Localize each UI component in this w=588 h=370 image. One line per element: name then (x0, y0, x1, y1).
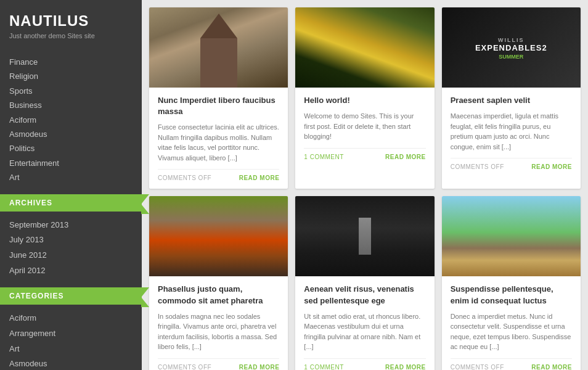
nav-item-asmodeus[interactable]: Asmodeus (9, 127, 133, 141)
category-item[interactable]: Asmodeus (9, 356, 133, 370)
category-item[interactable]: Art (9, 342, 133, 357)
post-card: Hello world!Welcome to demo Sites. This … (295, 7, 434, 189)
archives-list: September 2013July 2013June 2012April 20… (0, 212, 142, 288)
post-comments: COMMENTS OFF (451, 163, 504, 170)
post-image-hay (442, 196, 581, 276)
post-title[interactable]: Suspendisse pellentesque, enim id conseq… (451, 284, 572, 306)
nav-item-art[interactable]: Art (9, 170, 133, 184)
site-tagline: Just another demo Sites site (9, 32, 133, 39)
post-title[interactable]: Praesent saplen velit (451, 95, 572, 106)
posts-grid: Nunc Imperdiet libero faucibus massaFusc… (149, 7, 581, 370)
archive-item[interactable]: June 2012 (9, 248, 133, 263)
post-image-lamp (295, 196, 434, 276)
nav-item-politics[interactable]: Politics (9, 141, 133, 155)
post-content: Phasellus justo quam, commodo sit amet p… (149, 276, 288, 370)
post-comments[interactable]: 1 COMMENT (304, 364, 344, 370)
post-image-tractor (149, 196, 288, 276)
post-content: Hello world!Welcome to demo Sites. This … (295, 88, 434, 168)
sidebar-header: NAUTILUS Just another demo Sites site (0, 0, 142, 49)
post-content: Aenean velit risus, venenatis sed pellen… (295, 276, 434, 370)
post-content: Praesent saplen velitMaecenas imperdiet,… (442, 88, 581, 178)
post-card: Aenean velit risus, venenatis sed pellen… (295, 196, 434, 370)
post-comments[interactable]: 1 COMMENT (304, 154, 344, 160)
categories-heading: CATEGORIES (0, 287, 142, 305)
post-read-more[interactable]: READ MORE (385, 154, 426, 160)
post-comments: COMMENTS OFF (451, 364, 504, 370)
archive-item[interactable]: April 2012 (9, 263, 133, 279)
nav-item-finance[interactable]: Finance (9, 55, 133, 69)
category-item[interactable]: Aciform (9, 311, 133, 326)
category-item[interactable]: Arrangement (9, 326, 133, 342)
post-card: WILLISEXPENDABLES2SUMMERPraesent saplen … (442, 7, 581, 189)
post-image-church (149, 7, 288, 88)
nav-item-sports[interactable]: Sports (9, 84, 133, 98)
nav-menu: FinanceReligionSportsBusinessAciformAsmo… (0, 49, 142, 194)
post-excerpt: In sodales magna nec leo sodales fringil… (158, 311, 279, 352)
archive-item[interactable]: July 2013 (9, 232, 133, 248)
post-footer: 1 COMMENTREAD MORE (304, 148, 425, 160)
post-image-cross (295, 7, 434, 88)
post-footer: 1 COMMENTREAD MORE (304, 358, 425, 370)
archives-heading: ARCHIVES (0, 194, 142, 212)
post-footer: COMMENTS OFFREAD MORE (451, 358, 572, 370)
categories-list: AciformArrangementArtAsmodeusBooksBusine… (0, 305, 142, 370)
post-card: Suspendisse pellentesque, enim id conseq… (442, 196, 581, 370)
post-card: Nunc Imperdiet libero faucibus massaFusc… (149, 7, 288, 189)
post-content: Nunc Imperdiet libero faucibus massaFusc… (149, 88, 288, 189)
post-title[interactable]: Phasellus justo quam, commodo sit amet p… (158, 284, 279, 306)
nav-item-religion[interactable]: Religion (9, 69, 133, 83)
post-content: Suspendisse pellentesque, enim id conseq… (442, 276, 581, 370)
post-read-more[interactable]: READ MORE (531, 163, 572, 170)
post-footer: COMMENTS OFFREAD MORE (451, 158, 572, 170)
sidebar: NAUTILUS Just another demo Sites site Fi… (0, 0, 142, 370)
post-excerpt: Maecenas imperdiet, ligula et mattis feu… (451, 111, 572, 152)
post-image-expendables: WILLISEXPENDABLES2SUMMER (442, 7, 581, 88)
main-content: Nunc Imperdiet libero faucibus massaFusc… (142, 0, 588, 370)
nav-item-business[interactable]: Business (9, 98, 133, 112)
post-excerpt: Donec a imperdiet metus. Nunc id consect… (451, 311, 572, 352)
post-footer: COMMENTS OFFREAD MORE (158, 169, 279, 181)
post-title[interactable]: Aenean velit risus, venenatis sed pellen… (304, 284, 425, 306)
post-comments: COMMENTS OFF (158, 364, 211, 370)
post-read-more[interactable]: READ MORE (531, 364, 572, 370)
archive-item[interactable]: September 2013 (9, 218, 133, 233)
post-comments: COMMENTS OFF (158, 175, 211, 181)
post-footer: COMMENTS OFFREAD MORE (158, 358, 279, 370)
post-card: Phasellus justo quam, commodo sit amet p… (149, 196, 288, 370)
post-excerpt: Fusce consectetur lacinia elit ac ultric… (158, 122, 279, 163)
post-title[interactable]: Nunc Imperdiet libero faucibus massa (158, 95, 279, 117)
nav-item-entertainment[interactable]: Entertainment (9, 156, 133, 170)
site-title: NAUTILUS (9, 12, 133, 30)
post-read-more[interactable]: READ MORE (239, 175, 280, 181)
post-read-more[interactable]: READ MORE (239, 364, 280, 370)
post-excerpt: Ut sit amet odio erat, ut rhoncus libero… (304, 311, 425, 352)
post-excerpt: Welcome to demo Sites. This is your firs… (304, 111, 425, 142)
nav-item-aciform[interactable]: Aciform (9, 113, 133, 127)
post-read-more[interactable]: READ MORE (385, 364, 426, 370)
post-title[interactable]: Hello world! (304, 95, 425, 106)
